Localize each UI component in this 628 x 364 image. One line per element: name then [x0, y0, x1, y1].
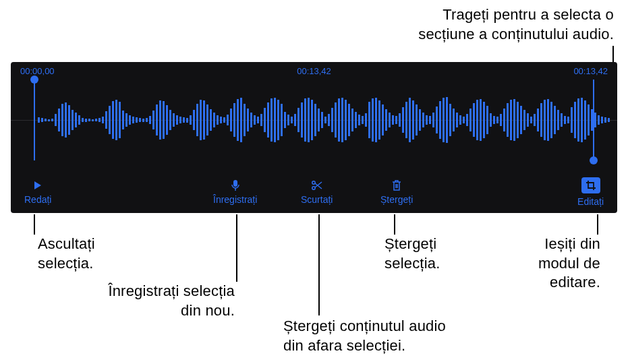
time-start: 00:00,00 — [20, 66, 55, 76]
callout-trim: Ștergeți conținutul audio din afara sele… — [283, 317, 446, 355]
callout-rerecord: Înregistrați selecția din nou. — [93, 282, 235, 320]
record-button[interactable]: Înregistrați — [213, 179, 257, 205]
svg-rect-0 — [233, 180, 237, 187]
scissors-icon — [311, 179, 323, 191]
selection-handle-left-dot[interactable] — [30, 75, 38, 84]
time-current: 00:13,42 — [297, 66, 331, 76]
leader-trim — [318, 214, 320, 315]
callout-delete: Ștergeți selecția. — [384, 235, 440, 273]
play-icon — [32, 179, 43, 191]
play-label: Redați — [24, 194, 51, 205]
leader-rerecord — [236, 214, 237, 282]
selection-handle-left[interactable] — [34, 80, 35, 160]
audio-editor-panel: 00:00,00 00:13,42 00:13,42 Redați — [11, 62, 617, 213]
crop-icon — [581, 177, 600, 193]
trash-icon — [391, 179, 402, 191]
microphone-icon — [230, 179, 241, 191]
callout-listen: Ascultați selecția. — [38, 235, 95, 273]
edit-button[interactable]: Editați — [577, 177, 604, 207]
play-button[interactable]: Redați — [24, 179, 51, 205]
callout-drag-select: Trageți pentru a selecta o secțiune a co… — [337, 5, 614, 44]
editor-toolbar: Redați Înregistrați Scurtați — [11, 171, 617, 213]
selection-handle-right[interactable] — [593, 80, 594, 160]
edit-label: Editați — [577, 196, 604, 207]
svg-point-2 — [312, 187, 315, 189]
record-label: Înregistrați — [213, 194, 257, 205]
leader-delete — [394, 214, 395, 235]
delete-button[interactable]: Ștergeți — [380, 179, 413, 205]
waveform-area[interactable] — [11, 80, 617, 160]
leader-exit — [597, 214, 598, 235]
time-end: 00:13,42 — [573, 66, 608, 76]
trim-button[interactable]: Scurtați — [301, 179, 333, 205]
selection-handle-right-dot[interactable] — [590, 156, 598, 164]
trim-label: Scurtați — [301, 194, 333, 205]
svg-point-1 — [312, 181, 315, 184]
leader-listen — [34, 214, 35, 235]
delete-label: Ștergeți — [380, 194, 413, 205]
waveform — [38, 80, 590, 160]
callout-exit: Ieșiți din modul de editare. — [519, 235, 600, 293]
time-bar: 00:00,00 00:13,42 00:13,42 — [11, 62, 617, 80]
